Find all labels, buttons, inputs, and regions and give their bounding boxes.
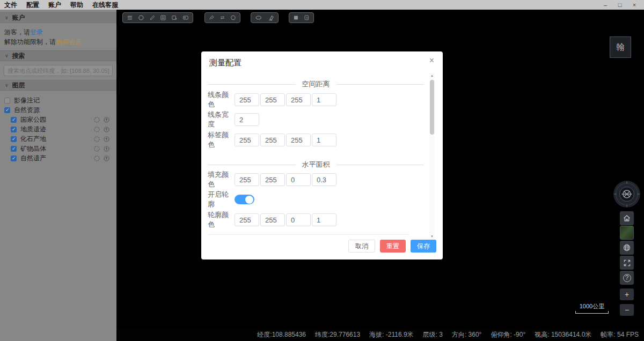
home-button[interactable] (620, 211, 634, 225)
menu-help[interactable]: 帮助 (70, 1, 83, 10)
field-row-fill-color: 填充颜色 (208, 173, 338, 186)
dashed-circle-icon[interactable] (93, 116, 100, 123)
rgba-input-b[interactable] (286, 93, 311, 106)
scale-bracket (575, 311, 609, 314)
rgba-input-a[interactable] (312, 134, 336, 146)
divider-line (336, 165, 425, 165)
divider-line (208, 165, 296, 165)
layer-label[interactable]: 国家公园 (20, 115, 46, 124)
maximize-icon[interactable]: □ (617, 2, 623, 8)
dashed-circle-icon[interactable] (93, 155, 100, 162)
rgba-input-b[interactable] (286, 134, 311, 146)
fly-to-icon[interactable] (103, 116, 110, 123)
rgba-input-g[interactable] (260, 213, 285, 226)
buy-member-link[interactable]: 购买会员 (56, 38, 82, 46)
dashed-circle-icon[interactable] (93, 145, 100, 152)
fly-to-icon[interactable] (103, 136, 110, 143)
dialog-scrollbar[interactable]: ▲ ▼ (429, 73, 435, 239)
chevron-down-icon: ∨ (5, 15, 9, 20)
square-icon[interactable] (293, 14, 299, 21)
rgba-input-g[interactable] (260, 134, 285, 146)
section-title: 图层 (12, 81, 25, 90)
checkbox[interactable] (4, 107, 10, 113)
menu-account[interactable]: 账户 (48, 1, 61, 10)
login-link[interactable]: 登录 (30, 28, 43, 36)
ellipse-icon[interactable] (255, 14, 262, 21)
rgba-input-a[interactable] (312, 213, 336, 226)
eraser-icon[interactable] (267, 14, 275, 21)
checkbox[interactable] (11, 136, 17, 142)
image-grid-icon[interactable] (160, 14, 166, 21)
layer-row-national-park: 国家公园 (0, 115, 116, 124)
menu-file[interactable]: 文件 (4, 1, 17, 10)
rgba-input-r[interactable] (235, 213, 259, 226)
minimize-icon[interactable]: – (602, 2, 609, 8)
scroll-up-icon[interactable]: ▲ (429, 73, 435, 78)
menu-icon[interactable] (127, 14, 133, 21)
scrollbar-thumb[interactable] (430, 80, 434, 135)
export-doc-icon[interactable] (304, 14, 310, 21)
reset-button[interactable]: 重置 (380, 240, 406, 253)
rgba-input-r[interactable] (235, 173, 259, 186)
scroll-down-icon[interactable]: ▼ (429, 234, 435, 239)
compass-widget[interactable] (613, 180, 641, 208)
rgba-input-g[interactable] (260, 173, 285, 186)
menu-config[interactable]: 配置 (26, 1, 39, 10)
menu-online-service[interactable]: 在线客服 (92, 1, 118, 10)
layer-label[interactable]: 矿物晶体 (20, 144, 46, 153)
rgba-input-b[interactable] (286, 213, 311, 226)
search-input[interactable] (4, 65, 113, 76)
section-title: 搜索 (12, 51, 25, 61)
dashed-circle-icon[interactable] (93, 136, 100, 143)
fullscreen-button[interactable] (620, 256, 634, 270)
section-header-account[interactable]: ∨ 账户 (0, 12, 116, 23)
outline-toggle[interactable] (235, 195, 254, 204)
checkbox[interactable] (11, 117, 17, 123)
guest-login-line: 游客，请登录 (4, 28, 43, 37)
fly-to-icon[interactable] (103, 126, 110, 133)
pin-icon[interactable] (209, 14, 215, 21)
circle-icon[interactable] (138, 14, 144, 21)
circle-icon[interactable] (230, 14, 236, 21)
card-icon[interactable] (182, 14, 189, 21)
rgba-input-a[interactable] (312, 173, 336, 186)
toolbar-group-annotate (204, 12, 240, 23)
section-heading: 空间距离 (296, 79, 336, 89)
layer-label[interactable]: 地质遗迹 (20, 125, 46, 134)
save-button[interactable]: 保存 (411, 240, 436, 253)
layer-label[interactable]: 影像注记 (14, 96, 40, 105)
cancel-button[interactable]: 取消 (348, 240, 375, 253)
globe-button[interactable] (620, 241, 634, 255)
rgba-input-r[interactable] (235, 134, 259, 146)
image-add-icon[interactable] (171, 14, 178, 21)
section-header-layers[interactable]: ∨ 图层 (0, 80, 116, 91)
zoom-out-button[interactable]: − (620, 304, 634, 316)
checkbox[interactable] (11, 146, 17, 152)
section-divider-space-distance: 空间距离 (208, 79, 424, 89)
checkbox[interactable] (11, 127, 17, 132)
fly-to-icon[interactable] (103, 155, 110, 162)
basemap-thumbnail-button[interactable] (620, 226, 634, 240)
zoom-in-button[interactable]: + (620, 288, 634, 300)
layer-label[interactable]: 化石产地 (20, 135, 46, 144)
layer-actions (93, 116, 110, 123)
layer-label[interactable]: 自然资源 (14, 106, 40, 115)
checkbox[interactable] (4, 98, 10, 103)
rgba-input-r[interactable] (235, 93, 259, 106)
layer-label[interactable]: 自然遗产 (20, 154, 46, 163)
line-width-input[interactable] (235, 113, 259, 126)
close-icon[interactable]: × (631, 2, 638, 8)
swap-icon[interactable] (219, 14, 225, 21)
section-header-search[interactable]: ∨ 搜索 (0, 50, 116, 61)
checkbox[interactable] (11, 155, 17, 161)
help-button[interactable]: ? (620, 271, 634, 285)
fly-to-icon[interactable] (103, 145, 110, 152)
layer-actions (93, 155, 110, 162)
rgba-input-b[interactable] (286, 173, 311, 186)
close-icon[interactable]: × (429, 56, 434, 65)
rgba-input-a[interactable] (312, 93, 336, 106)
pencil-icon[interactable] (149, 14, 156, 21)
field-label: 轮廓颜色 (208, 210, 235, 229)
rgba-input-g[interactable] (260, 93, 285, 106)
dashed-circle-icon[interactable] (93, 126, 100, 133)
